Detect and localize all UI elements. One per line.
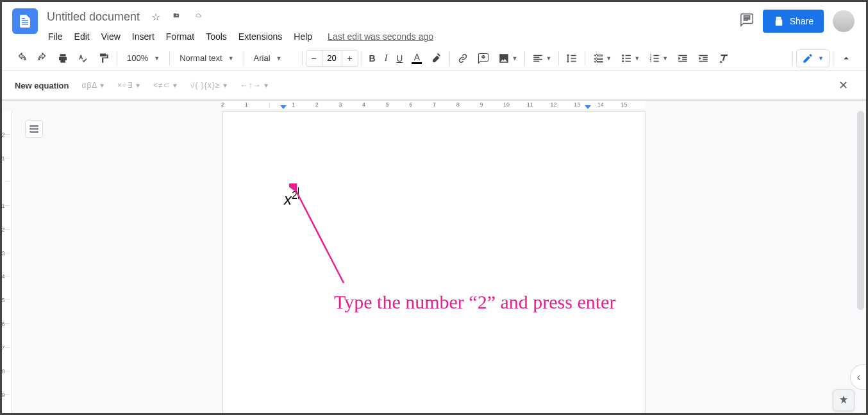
new-equation-button[interactable]: New equation <box>15 81 69 90</box>
document-page[interactable]: x2 Type the number “2” and press enter <box>222 111 646 415</box>
paint-format-button[interactable] <box>94 49 113 67</box>
clear-formatting-button[interactable] <box>714 49 733 67</box>
user-avatar[interactable] <box>833 10 855 32</box>
doc-title[interactable]: Untitled document <box>43 9 144 25</box>
equation-base: x <box>284 191 292 208</box>
equation-toolbar: New equation αβΔ ▾ ×÷∃ ▾ <≠⊂ ▾ √( ){x}≥ … <box>2 71 866 100</box>
insert-link-button[interactable] <box>453 49 472 67</box>
checklist-button[interactable]: ▼ <box>588 49 615 67</box>
align-button[interactable]: ▼ <box>528 49 555 67</box>
italic-button[interactable]: I <box>381 50 392 67</box>
font-size-input[interactable]: 20 <box>322 51 342 66</box>
equation-exponent: 2 <box>292 190 297 201</box>
cloud-status-icon[interactable] <box>190 7 206 26</box>
increase-indent-button[interactable] <box>694 49 713 67</box>
font-size-increase[interactable]: + <box>342 51 358 66</box>
docs-logo[interactable] <box>12 8 38 34</box>
move-icon[interactable] <box>168 7 185 26</box>
vertical-ruler[interactable]: 211234567890 <box>2 111 12 415</box>
undo-button[interactable] <box>12 49 31 67</box>
hide-menus-button[interactable] <box>837 49 856 67</box>
zoom-dropdown[interactable]: 100%▼ <box>121 53 166 63</box>
greek-letters-dropdown[interactable]: αβΔ ▾ <box>82 81 105 90</box>
last-edit-link[interactable]: Last edit was seconds ago <box>322 29 438 44</box>
equation-display[interactable]: x2 <box>284 187 299 208</box>
menu-extensions[interactable]: Extensions <box>233 29 287 44</box>
decrease-indent-button[interactable] <box>673 49 692 67</box>
text-cursor <box>298 187 299 199</box>
close-equation-bar-button[interactable]: ✕ <box>833 76 853 95</box>
explore-button[interactable] <box>833 389 855 411</box>
outline-button[interactable] <box>25 120 43 138</box>
font-size-control: − 20 + <box>306 50 358 67</box>
spellcheck-button[interactable] <box>74 49 93 67</box>
numbered-list-button[interactable]: 123▼ <box>645 49 672 67</box>
font-size-decrease[interactable]: − <box>306 51 322 66</box>
relations-dropdown[interactable]: <≠⊂ ▾ <box>153 81 178 90</box>
vertical-scrollbar[interactable] <box>857 111 864 310</box>
svg-point-2 <box>622 60 624 62</box>
print-button[interactable] <box>53 49 72 67</box>
menu-insert[interactable]: Insert <box>127 29 160 44</box>
menu-view[interactable]: View <box>96 29 126 44</box>
add-comment-button[interactable] <box>474 49 493 67</box>
arrows-dropdown[interactable]: ←↑→ ▾ <box>240 81 269 90</box>
svg-text:3: 3 <box>650 59 652 63</box>
svg-point-1 <box>622 57 624 59</box>
share-button[interactable]: Share <box>763 10 824 33</box>
document-workspace: 21123456789101112131415 211234567890 x2 … <box>2 100 866 415</box>
instruction-annotation: Type the number “2” and press enter <box>334 291 615 313</box>
styles-dropdown[interactable]: Normal text▼ <box>173 53 240 63</box>
main-toolbar: 100%▼ Normal text▼ Arial▼ − 20 + B I U A… <box>2 46 866 71</box>
menu-edit[interactable]: Edit <box>69 29 95 44</box>
font-dropdown[interactable]: Arial▼ <box>247 53 299 63</box>
menu-tools[interactable]: Tools <box>201 29 232 44</box>
horizontal-ruler[interactable]: 21123456789101112131415 <box>222 101 646 110</box>
bulleted-list-button[interactable]: ▼ <box>617 49 644 67</box>
line-spacing-button[interactable] <box>562 49 581 67</box>
editing-mode-button[interactable]: ▼ <box>796 49 830 67</box>
math-ops-dropdown[interactable]: √( ){x}≥ ▾ <box>190 81 228 90</box>
star-icon[interactable]: ☆ <box>149 8 163 26</box>
underline-button[interactable]: U <box>392 50 406 67</box>
highlight-button[interactable] <box>427 49 446 67</box>
misc-ops-dropdown[interactable]: ×÷∃ ▾ <box>117 81 140 90</box>
menu-format[interactable]: Format <box>161 29 199 44</box>
menu-file[interactable]: File <box>43 29 68 44</box>
share-label: Share <box>790 16 814 26</box>
comments-icon[interactable] <box>740 13 754 30</box>
insert-image-button[interactable]: ▼ <box>494 49 521 67</box>
svg-point-0 <box>622 55 624 56</box>
redo-button[interactable] <box>33 49 52 67</box>
bold-button[interactable]: B <box>365 50 380 67</box>
side-panel-toggle[interactable]: ‹ <box>850 364 867 390</box>
menu-help[interactable]: Help <box>288 29 317 44</box>
text-color-button[interactable]: A <box>408 49 426 67</box>
